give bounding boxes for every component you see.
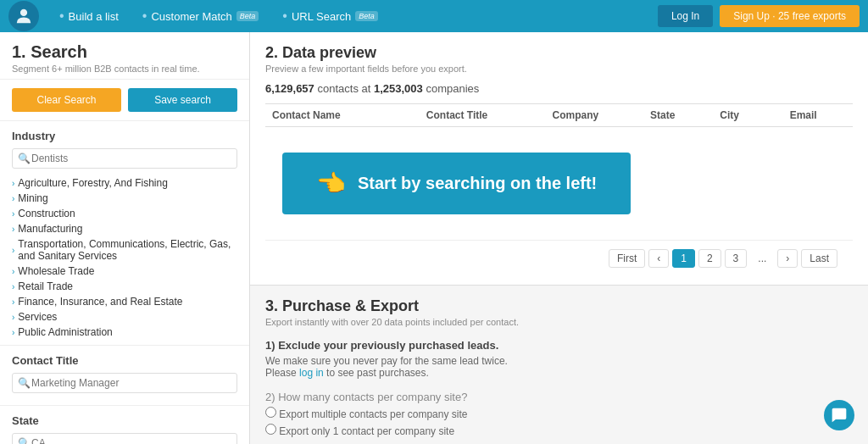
clear-search-button[interactable]: Clear Search [12, 88, 121, 112]
state-search-icon: 🔍 [18, 437, 31, 444]
left-panel: 1. Search Segment 6+ million B2B contact… [0, 32, 250, 444]
purchase-export-subtitle: Export instantly with over 20 data point… [265, 317, 853, 327]
contacts-count: 6,129,657 contacts at 1,253,003 companie… [265, 82, 853, 95]
step2-title: 2) How many contacts per company site? [265, 391, 853, 403]
list-item[interactable]: ›Finance, Insurance, and Real Estate [12, 294, 237, 309]
pagination-dots: ... [750, 250, 774, 267]
login-button[interactable]: Log In [658, 5, 713, 27]
list-item[interactable]: ›Mining [12, 191, 237, 206]
th-email: Email [783, 109, 853, 121]
radio-multiple-contacts[interactable] [265, 407, 276, 418]
state-input[interactable] [12, 433, 237, 444]
industry-filter: Industry 🔍 ›Agriculture, Forestry, And F… [0, 121, 249, 346]
data-preview-section: 2. Data preview Preview a few important … [250, 32, 868, 286]
nav-dot: • [59, 8, 64, 24]
bullet-icon: › [12, 267, 14, 276]
save-search-button[interactable]: Save search [128, 88, 237, 112]
list-item[interactable]: ›Retail Trade [12, 279, 237, 294]
start-searching-box: 👈 Start by searching on the left! [282, 153, 631, 214]
contact-title-filter: Contact Title 🔍 [0, 346, 249, 406]
nav-url-search[interactable]: • URL Search Beta [270, 0, 389, 32]
svg-point-0 [20, 9, 27, 16]
step1-link-text: Please log in to see past purchases. [265, 367, 853, 379]
pagination-prev[interactable]: ‹ [648, 249, 669, 268]
search-actions: Clear Search Save search [0, 80, 249, 121]
nav-dot: • [282, 8, 287, 24]
pagination: First ‹ 1 2 3 ... › Last [265, 240, 853, 276]
industry-input-wrap: 🔍 [12, 148, 237, 169]
start-searching-text: Start by searching on the left! [358, 174, 597, 193]
bullet-icon: › [12, 209, 14, 219]
step1-title: 1) Exclude your previously purchased lea… [265, 339, 853, 352]
list-item[interactable]: ›Services [12, 309, 237, 325]
contact-title-input-wrap: 🔍 [12, 373, 237, 393]
radio-one-contact[interactable] [265, 424, 276, 435]
bullet-icon: › [12, 282, 14, 291]
bullet-icon: › [12, 225, 14, 234]
pagination-page-1[interactable]: 1 [672, 249, 695, 268]
bullet-icon: › [12, 194, 14, 203]
purchase-export-section: 3. Purchase & Export Export instantly wi… [250, 286, 868, 444]
hand-icon: 👈 [316, 169, 346, 197]
bullet-icon: › [12, 328, 14, 337]
data-preview-subtitle: Preview a few important fields before yo… [265, 64, 853, 74]
purchase-step-1: 1) Exclude your previously purchased lea… [265, 339, 853, 379]
bullet-icon: › [12, 179, 14, 188]
contact-title-label: Contact Title [12, 354, 237, 367]
logo [8, 1, 39, 31]
nav-dot: • [142, 8, 147, 24]
step2-opt2: Export only 1 contact per company site [265, 424, 853, 437]
list-item[interactable]: ›Public Administration [12, 325, 237, 340]
th-company: Company [546, 109, 644, 121]
purchase-step-2: 2) How many contacts per company site? E… [265, 391, 853, 437]
search-section-subtitle: Segment 6+ million B2B contacts in real … [12, 64, 237, 74]
start-searching-area: 👈 Start by searching on the left! [265, 127, 853, 240]
pagination-page-2[interactable]: 2 [698, 249, 721, 268]
list-item[interactable]: ›Agriculture, Forestry, And Fishing [12, 175, 237, 191]
state-label: State [12, 414, 237, 427]
state-input-wrap: 🔍 [12, 433, 237, 444]
table-header: Contact Name Contact Title Company State… [265, 103, 853, 127]
purchase-export-title: 3. Purchase & Export [265, 297, 853, 315]
industry-list: ›Agriculture, Forestry, And Fishing ›Min… [12, 175, 237, 340]
pagination-first[interactable]: First [609, 249, 645, 268]
bullet-icon: › [12, 246, 14, 255]
pagination-next[interactable]: › [777, 249, 798, 268]
pagination-page-3[interactable]: 3 [725, 249, 748, 268]
chat-bubble[interactable] [824, 400, 854, 430]
search-section-title: 1. Search [12, 42, 237, 62]
industry-search-input[interactable] [12, 148, 237, 169]
contact-title-search-icon: 🔍 [18, 377, 31, 389]
step1-desc: We make sure you never pay for the same … [265, 355, 853, 367]
top-navigation: • Build a list • Customer Match Beta • U… [0, 0, 868, 32]
step2-opt1: Export multiple contacts per company sit… [265, 407, 853, 420]
industry-search-icon: 🔍 [18, 153, 31, 164]
nav-customer-match[interactable]: • Customer Match Beta [131, 0, 271, 32]
left-header: 1. Search Segment 6+ million B2B contact… [0, 32, 249, 80]
bullet-icon: › [12, 313, 14, 322]
nav-links: • Build a list • Customer Match Beta • U… [47, 0, 658, 32]
main-layout: 1. Search Segment 6+ million B2B contact… [0, 32, 868, 444]
pagination-last[interactable]: Last [801, 249, 837, 268]
right-panel: 2. Data preview Preview a few important … [250, 32, 868, 444]
signup-button[interactable]: Sign Up · 25 free exports [720, 5, 860, 27]
nav-build-list[interactable]: • Build a list [47, 0, 131, 32]
list-item[interactable]: ›Construction [12, 206, 237, 221]
list-item[interactable]: ›Wholesale Trade [12, 264, 237, 279]
login-link[interactable]: log in [299, 367, 324, 379]
th-contact-name: Contact Name [265, 109, 420, 121]
state-filter: State 🔍 [0, 406, 249, 444]
th-city: City [713, 109, 782, 121]
list-item[interactable]: ›Manufacturing [12, 221, 237, 236]
data-preview-title: 2. Data preview [265, 44, 853, 62]
contact-title-input[interactable] [12, 373, 237, 393]
th-state: State [643, 109, 713, 121]
th-contact-title: Contact Title [420, 109, 546, 121]
nav-auth-buttons: Log In Sign Up · 25 free exports [658, 5, 860, 27]
list-item[interactable]: ›Transportation, Communications, Electri… [12, 236, 237, 264]
industry-title: Industry [12, 130, 237, 142]
bullet-icon: › [12, 297, 14, 307]
